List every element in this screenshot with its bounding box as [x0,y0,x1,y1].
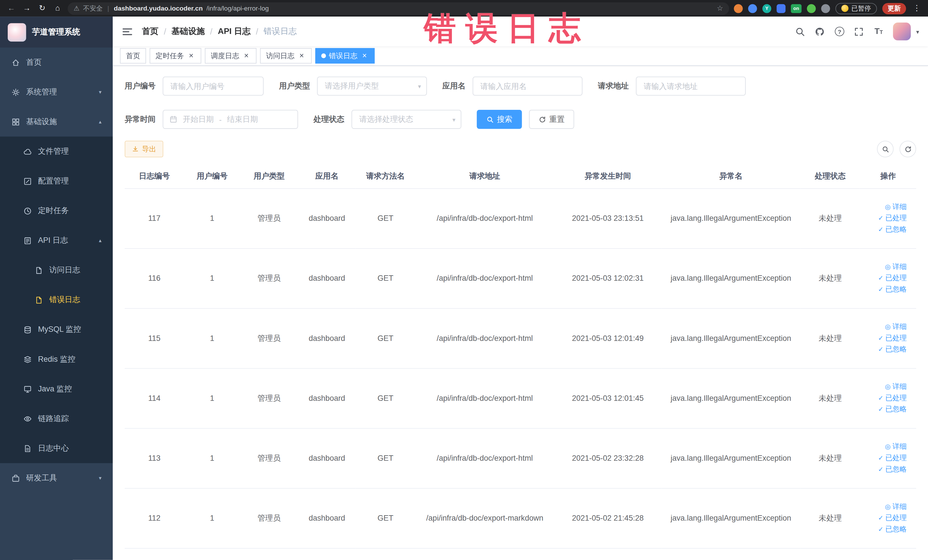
table-row: 1151管理员dashboardGET/api/infra/db-doc/exp… [125,308,916,368]
github-icon[interactable] [815,26,825,37]
app-name-input[interactable] [473,76,583,96]
action-detail-link[interactable]: ◎详细 [885,322,907,332]
breadcrumb-item[interactable]: API 日志 [218,26,250,37]
extension-icon-2[interactable] [748,4,757,13]
app-logo[interactable]: 芋道管理系统 [0,17,113,47]
action-ignored-link[interactable]: ✓已忽略 [878,464,907,475]
update-button[interactable]: 更新 [882,3,906,14]
cell-user_id: 1 [184,368,240,428]
user-type-select[interactable]: 请选择用户类型 ▾ [317,76,427,96]
close-icon[interactable]: × [360,52,369,60]
browser-forward-icon[interactable]: → [21,0,32,17]
url-host: dashboard.yudao.iocoder.cn [114,5,203,12]
browser-back-icon[interactable]: ← [6,0,17,17]
sidebar-item-log-center[interactable]: 日志中心 [0,433,113,463]
tab-access-log[interactable]: 访问日志 × [260,48,312,64]
cell-user_id: 1 [184,308,240,368]
sidebar-item-mysql-monitor[interactable]: MySQL 监控 [0,315,113,344]
action-processed-link[interactable]: ✓已处理 [878,273,907,283]
action-detail-link[interactable]: ◎详细 [885,502,907,512]
address-bar[interactable]: ⚠ 不安全 | dashboard.yudao.iocoder.cn /infr… [68,2,729,15]
action-label: 已处理 [885,333,907,343]
hide-search-button[interactable] [877,140,893,157]
security-warning-icon: ⚠ [73,5,79,12]
close-icon[interactable]: × [298,52,306,60]
help-icon[interactable]: ? [834,26,845,37]
action-ignored-link[interactable]: ✓已忽略 [878,344,907,354]
tab-label: 调度日志 [211,51,240,61]
sidebar-item-label: 首页 [26,57,42,68]
action-processed-link[interactable]: ✓已处理 [878,453,907,463]
browser-home-icon[interactable]: ⌂ [52,0,63,17]
extension-icon-4[interactable] [777,4,785,13]
sidebar-item-access-log[interactable]: 访问日志 [0,255,113,285]
cell-time: 2021-05-02 21:45:28 [554,488,661,548]
action-detail-link[interactable]: ◎详细 [885,262,907,272]
action-ignored-link[interactable]: ✓已忽略 [878,284,907,294]
bookmark-star-icon[interactable]: ☆ [717,4,723,12]
tab-label: 定时任务 [156,51,184,61]
sidebar-item-error-log[interactable]: 错误日志 [0,285,113,315]
sidebar-item-infra[interactable]: 基础设施 ▴ [0,107,113,137]
request-url-input[interactable] [636,76,746,96]
action-detail-link[interactable]: ◎详细 [885,382,907,392]
tab-scheduled-job[interactable]: 定时任务 × [150,48,201,64]
extension-icon-7[interactable] [821,4,830,13]
tab-schedule-log[interactable]: 调度日志 × [205,48,256,64]
hamburger-icon[interactable] [122,26,133,37]
fullscreen-icon[interactable] [854,26,864,37]
paused-extension-button[interactable]: 已暂停 [835,3,877,14]
search-icon[interactable] [795,26,806,37]
breadcrumb-item[interactable]: 基础设施 [171,26,205,37]
sidebar-item-api-log[interactable]: API 日志 ▴ [0,226,113,255]
action-detail-link[interactable]: ◎详细 [885,202,907,212]
sidebar-item-config-manage[interactable]: 配置管理 [0,166,113,196]
breadcrumb-item[interactable]: 首页 [142,26,158,37]
sidebar-item-home[interactable]: 首页 [0,48,113,77]
action-label: 详细 [892,202,907,212]
extension-icon-6[interactable] [807,4,816,13]
action-processed-link[interactable]: ✓已处理 [878,333,907,343]
sidebar-item-java-monitor[interactable]: Java 监控 [0,374,113,404]
sidebar-item-label: Java 监控 [38,384,72,394]
action-ignored-link[interactable]: ✓已忽略 [878,224,907,235]
reset-button[interactable]: 重置 [529,110,574,129]
calendar-icon [169,115,177,124]
caret-down-icon[interactable]: ▾ [916,28,919,35]
close-icon[interactable]: × [242,52,250,60]
close-icon[interactable]: × [187,52,195,60]
action-processed-link[interactable]: ✓已处理 [878,513,907,523]
extension-icon-3[interactable]: Y [762,4,771,13]
browser-reload-icon[interactable]: ↻ [37,0,47,17]
action-label: 已处理 [885,393,907,403]
action-ignored-link[interactable]: ✓已忽略 [878,404,907,414]
user-avatar[interactable] [893,23,911,40]
exception-time-range-picker[interactable]: 开始日期 - 结束日期 [163,110,298,129]
font-size-icon[interactable]: TT [873,26,884,37]
sidebar-item-scheduled-job[interactable]: 定时任务 [0,196,113,226]
export-button[interactable]: 导出 [125,140,163,157]
action-ignored-link[interactable]: ✓已忽略 [878,524,907,534]
tab-error-log[interactable]: 错误日志 × [315,48,375,64]
extension-icon-5[interactable]: on [791,4,801,13]
action-processed-link[interactable]: ✓已处理 [878,213,907,223]
search-button[interactable]: 搜索 [477,110,522,129]
column-header: 用户编号 [184,165,240,188]
sidebar-item-link-trace[interactable]: 链路追踪 [0,404,113,433]
action-detail-link[interactable]: ◎详细 [885,442,907,452]
refresh-table-button[interactable] [899,140,916,157]
column-header: 应用名 [298,165,356,188]
tab-label: 错误日志 [329,51,357,61]
tab-home[interactable]: 首页 [120,48,146,64]
browser-menu-icon[interactable]: ⋮ [911,0,922,17]
action-processed-link[interactable]: ✓已处理 [878,393,907,403]
sidebar-item-system[interactable]: 系统管理 ▾ [0,77,113,107]
extension-icon-1[interactable] [734,4,743,13]
row-actions: ◎详细✓已处理✓已忽略 [860,428,916,488]
user-id-input[interactable] [163,76,264,96]
sidebar-item-redis-monitor[interactable]: Redis 监控 [0,344,113,374]
process-status-select[interactable]: 请选择处理状态 ▾ [351,110,461,129]
sidebar-item-dev-tools[interactable]: 研发工具 ▾ [0,463,113,493]
ignored-icon: ✓ [878,344,884,354]
sidebar-item-file-manage[interactable]: 文件管理 [0,137,113,166]
